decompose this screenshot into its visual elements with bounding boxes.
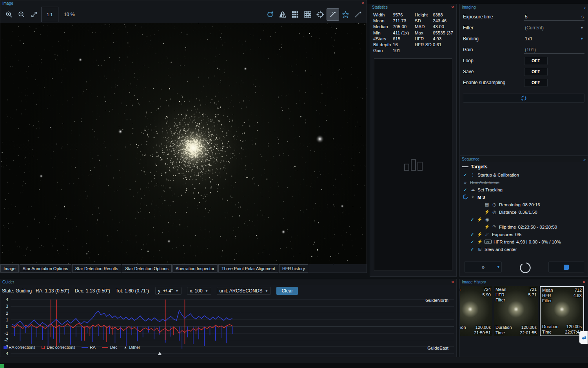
- bottom-bar: [0, 357, 588, 363]
- tab-star-detection-results[interactable]: Star Detection Results: [72, 264, 121, 272]
- y-scale-value: y: +/-4": [158, 288, 173, 294]
- stat-value: 615: [393, 36, 415, 41]
- stat-value: 0.61: [433, 42, 456, 47]
- y-scale-dropdown[interactable]: y: +/-4" ▼: [155, 287, 181, 295]
- bottom-edge: [0, 363, 588, 368]
- subsampling-toggle[interactable]: OFF: [524, 79, 548, 87]
- sequence-item-label: M 3: [477, 195, 485, 200]
- sequence-item[interactable]: ⚡◎Distance0.36/1.50: [460, 208, 588, 216]
- tab-star-annotation-options[interactable]: Star Annotation Options: [20, 264, 71, 272]
- unit-dropdown[interactable]: unit: ARCSECONDS ▼: [217, 287, 271, 295]
- binning-dropdown[interactable]: 1x1 ▼: [524, 35, 584, 43]
- guider-dec-readout: Dec: 1.13 (0.50"): [75, 288, 110, 294]
- sequence-items: ✓⋮Startup & Calibration»Run Autofocus✓☁S…: [460, 171, 588, 258]
- sequence-item[interactable]: ✓☁Set Tracking: [460, 186, 588, 193]
- stat-value: 65535 (37: [433, 30, 456, 36]
- guide-north-label: GuideNorth: [425, 298, 448, 303]
- tab-image[interactable]: Image: [0, 264, 19, 272]
- tab-hfr-history[interactable]: HFR history: [279, 264, 308, 272]
- sequence-item[interactable]: ✓⋮Startup & Calibration: [460, 171, 588, 179]
- image-history-card[interactable]: Mean721HFR5.71FilterDuration120.00sTime2…: [494, 286, 538, 336]
- flip-horizontal-icon[interactable]: [276, 8, 289, 21]
- image-panel: Image ✕ 1:1 10 %: [0, 0, 367, 273]
- expand-icon[interactable]: »: [583, 157, 586, 162]
- legend-item: Dec corrections: [42, 345, 75, 350]
- card-stat-row: HFR4.93: [542, 293, 582, 299]
- zoom-in-button[interactable]: [3, 8, 15, 21]
- grid-icon[interactable]: [289, 8, 301, 21]
- sequence-item-value: 0.36/1.50: [519, 210, 537, 215]
- status-indicator: [0, 364, 4, 368]
- gain-field[interactable]: (101): [524, 46, 584, 54]
- rotate-icon[interactable]: [264, 8, 276, 21]
- image-history-card[interactable]: Mean724HFR5.90FilterDuration120.00sTime2…: [459, 286, 492, 336]
- capture-button[interactable]: [463, 94, 584, 103]
- clear-button[interactable]: Clear: [276, 287, 298, 295]
- tab-three-point-polar-alignment[interactable]: Three Point Polar Alignment: [218, 264, 278, 272]
- card-stat-row: Filter: [459, 298, 491, 303]
- stop-sequence-button[interactable]: [548, 262, 584, 272]
- gain-label: Gain: [463, 47, 524, 52]
- sequence-item[interactable]: ✓⊞Slew and center: [460, 245, 588, 253]
- sequence-item[interactable]: ✓⚡◉: [460, 216, 588, 223]
- exposure-time-field[interactable]: 5 s: [524, 13, 584, 21]
- close-icon[interactable]: ✕: [583, 280, 586, 284]
- image-history-card[interactable]: Mean712HFR4.93FilterDuration120.00sTime2…: [540, 286, 584, 336]
- legend-swatch: [4, 346, 7, 349]
- subsampling-label: Enable subsampling: [463, 80, 524, 85]
- card-stat-row: Time21:59:51: [459, 330, 491, 336]
- stat-value: 705.00: [393, 24, 415, 29]
- loop-toggle[interactable]: OFF: [524, 57, 548, 65]
- chevron-down-icon: ▼: [580, 26, 584, 30]
- guider-controls: State: Guiding RA: 1.13 (0.50") Dec: 1.1…: [2, 286, 455, 296]
- sequence-item[interactable]: ⚡↷Flip time02:23:50 - 02:28:50: [460, 223, 588, 231]
- close-icon[interactable]: ✕: [451, 5, 454, 9]
- crosshair-icon[interactable]: [314, 8, 327, 21]
- close-icon[interactable]: ✕: [361, 2, 365, 5]
- star-detection-wand-icon[interactable]: [327, 8, 339, 21]
- sequence-item[interactable]: ✓⚡AFHFR trend4.93 | 0.00 - 0% / 10%: [460, 238, 588, 245]
- sequence-item-label: Slew and center: [485, 247, 517, 252]
- remote-access-icon[interactable]: ⇄: [579, 331, 588, 344]
- sequence-item[interactable]: »Run Autofocus: [460, 179, 588, 186]
- measure-icon[interactable]: [28, 8, 40, 21]
- y-tick-label: -4: [4, 351, 8, 356]
- spinner-icon: [462, 194, 468, 200]
- close-icon[interactable]: ✕: [451, 280, 454, 284]
- card-stat-label: Duration: [542, 324, 559, 330]
- x-scale-dropdown[interactable]: x: 100 ▼: [187, 287, 211, 295]
- sequence-item-value: 02:23:50 - 02:28:50: [518, 225, 557, 229]
- guide-east-label: GuideEast: [427, 346, 448, 350]
- zoom-out-button[interactable]: [15, 8, 28, 21]
- sequence-item[interactable]: ▤◷Remaining08:20:16: [460, 201, 588, 208]
- card-stat-label: Duration: [495, 325, 512, 330]
- skip-instruction-button[interactable]: » ▼: [464, 262, 502, 272]
- tab-star-detection-options[interactable]: Star Detection Options: [122, 264, 172, 272]
- pixel-inspector-icon[interactable]: [301, 8, 314, 21]
- tab-aberration-inspector[interactable]: Aberration Inspector: [172, 264, 218, 272]
- sequence-item[interactable]: ✓⚡☄Exposures0/5: [460, 231, 588, 238]
- one-to-one-button[interactable]: 1:1: [41, 7, 58, 22]
- filter-dropdown[interactable]: (Current) ▼: [524, 24, 584, 32]
- y-tick-label: 1: [6, 317, 8, 322]
- comet-icon: ☄: [485, 232, 490, 237]
- platesolve-wand-icon[interactable]: [352, 8, 364, 21]
- wand-icon: ✧: [470, 195, 475, 200]
- stat-label: Max: [415, 30, 433, 36]
- sequence-item-label: Set Tracking: [477, 188, 503, 192]
- binning-row: Binning 1x1 ▼: [460, 33, 588, 44]
- sequence-item[interactable]: ✧M 3: [460, 193, 588, 201]
- legend-label: Dec corrections: [47, 345, 75, 350]
- save-toggle[interactable]: OFF: [524, 68, 548, 76]
- expand-icon[interactable]: ›: [584, 5, 586, 10]
- targets-header: Targets: [462, 164, 487, 170]
- stat-label: Gain: [373, 48, 393, 53]
- card-stat-value: 22:01:55: [520, 330, 537, 336]
- statistics-grid: Width9576Height6388Mean711.73SD243.46Med…: [373, 12, 456, 53]
- stat-value: 411 (1x): [393, 30, 415, 36]
- subsampling-row: Enable subsampling OFF: [460, 77, 588, 88]
- image-view[interactable]: [0, 23, 367, 264]
- star-annotation-icon[interactable]: [339, 8, 352, 21]
- stat-value: 9576: [393, 12, 415, 18]
- stat-label: Mean: [373, 18, 393, 23]
